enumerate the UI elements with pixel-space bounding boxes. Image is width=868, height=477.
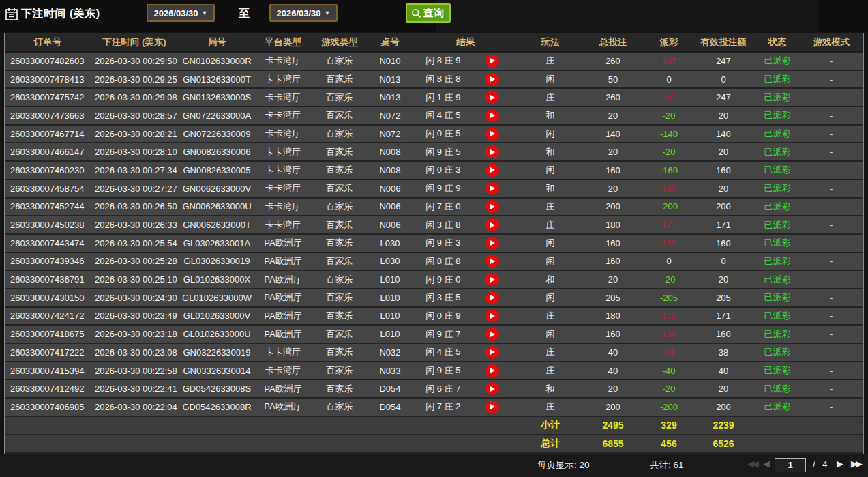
total-bet-cell: 160: [581, 256, 645, 266]
col-header-play: 玩法: [520, 36, 581, 48]
video-replay-icon[interactable]: [485, 346, 499, 359]
prev-page-icon[interactable]: ◀: [763, 459, 768, 469]
video-replay-icon[interactable]: [485, 255, 499, 268]
table-row: 2603300074241722026-03-30 00:23:49GL0102…: [5, 308, 863, 326]
result-text: 闲 3 庄 5: [412, 291, 475, 304]
round-number-cell: GL0102633000X: [179, 274, 255, 285]
video-replay-icon[interactable]: [485, 128, 499, 141]
video-replay-icon[interactable]: [485, 328, 499, 341]
bet-time-cell: 2026-03-30 00:29:25: [90, 74, 179, 85]
col-header-total-bet: 总投注: [581, 36, 645, 48]
result-cell: 闲 4 庄 5: [412, 107, 520, 124]
result-text: 闲 9 庄 5: [412, 364, 475, 377]
play-type-cell: 闲: [520, 328, 581, 341]
next-page-icon[interactable]: ▶: [837, 459, 841, 469]
payout-cell: 171: [645, 310, 693, 321]
platform-cell: PA欧洲厅: [255, 237, 311, 249]
result-cell: 闲 1 庄 9: [412, 89, 520, 106]
video-replay-icon[interactable]: [485, 364, 499, 377]
bet-time-cell: 2026-03-30 00:22:04: [90, 402, 179, 412]
bet-time-cell: 2026-03-30 00:26:50: [90, 201, 179, 212]
payout-cell: -20: [645, 274, 693, 285]
payout-cell: 171: [645, 220, 693, 230]
total-bet-cell: 260: [581, 56, 645, 66]
table-number-cell: N072: [368, 129, 412, 139]
video-replay-icon[interactable]: [485, 237, 499, 250]
play-type-cell: 庄: [520, 219, 581, 231]
subtotal-payout: 329: [645, 420, 693, 431]
result-cell: 闲 4 庄 5: [412, 344, 520, 361]
valid-bet-cell: 247: [693, 56, 754, 66]
status-badge: 已派彩: [754, 55, 800, 67]
table-number-cell: N008: [368, 165, 412, 175]
game-mode-cell: -: [800, 184, 863, 194]
valid-bet-cell: 160: [693, 329, 754, 339]
total-bet-cell: 160: [581, 238, 645, 248]
total-count-label: 共计: 61: [650, 459, 684, 472]
video-replay-icon[interactable]: [485, 382, 499, 395]
game-type-cell: 百家乐: [311, 346, 368, 358]
result-cell: 闲 9 庄 5: [412, 143, 520, 160]
date-to-select[interactable]: 2026/03/30 ▼: [269, 4, 338, 22]
col-header-table-no: 桌号: [368, 36, 412, 48]
game-mode-cell: -: [800, 384, 863, 394]
status-badge: 已派彩: [754, 91, 800, 104]
col-header-game-type: 游戏类型: [311, 36, 368, 48]
video-replay-icon[interactable]: [485, 145, 499, 158]
video-replay-icon[interactable]: [485, 200, 499, 213]
total-bet-cell: 50: [581, 74, 645, 85]
chevron-down-icon: ▼: [202, 10, 208, 16]
total-bet-cell: 200: [581, 402, 645, 412]
game-mode-cell: -: [800, 402, 863, 412]
order-number-cell: 260330007417222: [5, 347, 90, 358]
table-number-cell: L030: [368, 238, 412, 248]
game-mode-cell: -: [800, 56, 863, 66]
valid-bet-cell: 20: [693, 274, 754, 285]
video-replay-icon[interactable]: [485, 309, 499, 322]
bet-time-cell: 2026-03-30 00:22:58: [90, 366, 179, 376]
status-badge: 已派彩: [754, 364, 800, 377]
status-badge: 已派彩: [754, 237, 800, 249]
table-number-cell: N006: [368, 220, 412, 230]
play-type-cell: 闲: [520, 291, 581, 304]
status-badge: 已派彩: [754, 328, 800, 341]
game-mode-cell: -: [800, 347, 863, 358]
round-number-cell: GL0102633000W: [179, 293, 255, 303]
payout-cell: 38: [645, 347, 693, 358]
table-number-cell: L010: [368, 293, 412, 303]
first-page-icon[interactable]: ◀◀: [747, 459, 757, 469]
last-page-icon[interactable]: ▶▶: [851, 459, 860, 469]
video-replay-icon[interactable]: [485, 218, 499, 231]
col-header-game-mode: 游戏模式: [800, 36, 863, 48]
search-button[interactable]: 查询: [406, 3, 451, 23]
chevron-down-icon: ▼: [325, 10, 331, 16]
play-type-cell: 和: [520, 182, 581, 194]
status-badge: 已派彩: [754, 310, 800, 322]
result-cell: 闲 9 庄 3: [412, 235, 520, 252]
video-replay-icon[interactable]: [485, 91, 499, 104]
play-type-cell: 闲: [520, 237, 581, 249]
video-replay-icon[interactable]: [485, 164, 499, 177]
platform-cell: 卡卡湾厅: [255, 201, 311, 213]
payout-cell: -40: [645, 366, 693, 376]
total-pages-label: 4: [822, 459, 828, 469]
video-replay-icon[interactable]: [485, 109, 499, 122]
order-number-cell: 260330007406985: [5, 402, 90, 412]
date-from-select[interactable]: 2026/03/30 ▼: [147, 4, 215, 22]
valid-bet-cell: 20: [693, 184, 754, 194]
game-type-cell: 百家乐: [311, 109, 368, 121]
play-type-cell: 庄: [520, 364, 581, 377]
video-replay-icon[interactable]: [485, 401, 499, 414]
result-cell: 闲 0 庄 5: [412, 126, 520, 143]
video-replay-icon[interactable]: [485, 273, 499, 286]
round-number-cell: GN0062633000U: [179, 201, 255, 212]
video-replay-icon[interactable]: [485, 73, 499, 86]
game-type-cell: 百家乐: [311, 255, 368, 268]
video-replay-icon[interactable]: [485, 182, 499, 195]
page-number-input[interactable]: [775, 458, 806, 472]
bet-time-cell: 2026-03-30 00:23:18: [90, 329, 179, 339]
platform-cell: PA欧洲厅: [255, 328, 311, 341]
video-replay-icon[interactable]: [485, 291, 499, 304]
result-cell: 闲 8 庄 9: [412, 53, 520, 70]
video-replay-icon[interactable]: [485, 55, 499, 68]
